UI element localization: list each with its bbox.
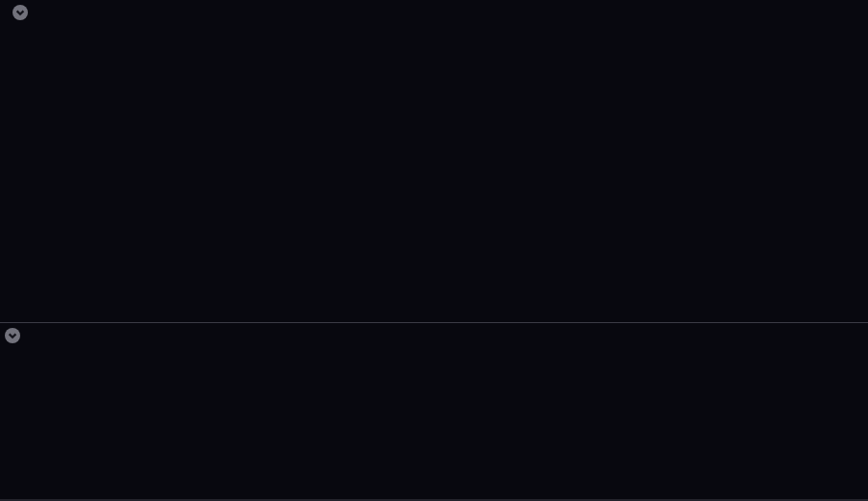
indicator-header: [5, 327, 42, 344]
main-candlestick-chart[interactable]: [0, 0, 868, 322]
indicator-signal-chart[interactable]: [0, 323, 868, 501]
marker-badge-zhang[interactable]: [0, 305, 16, 321]
main-chart-header: [4, 3, 63, 22]
indicator-collapse-chevron-icon[interactable]: [5, 328, 20, 343]
collapse-chevron-icon[interactable]: [13, 5, 28, 20]
